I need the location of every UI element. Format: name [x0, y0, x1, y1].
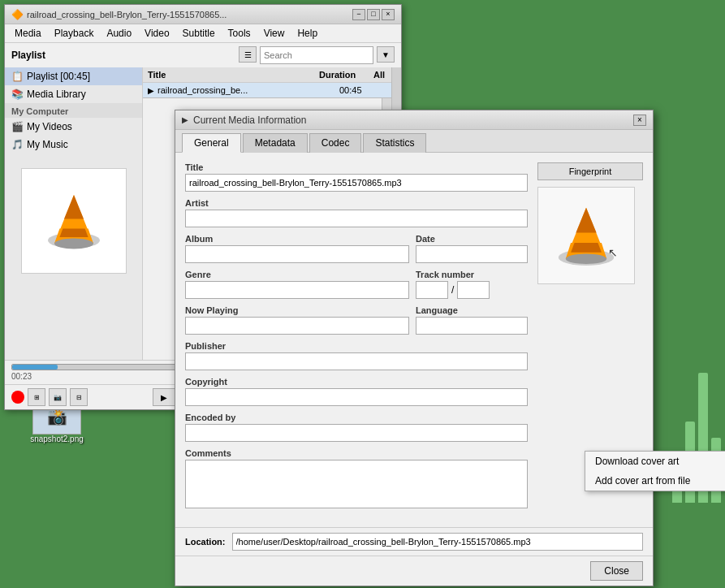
desktop: 🌐 volvo car for salelow miles.html 🎵 rai…	[0, 0, 725, 588]
play-btn[interactable]: ▶	[153, 388, 175, 406]
vlc-maximize-btn[interactable]: □	[367, 9, 380, 20]
vlc-menubar: Media Playback Audio Video Subtitle Tool…	[5, 24, 401, 43]
svg-marker-4	[59, 229, 88, 237]
menu-video[interactable]: Video	[138, 26, 175, 41]
sidebar-playlist-label: Playlist [00:45]	[27, 71, 90, 82]
search-btn[interactable]: ▼	[377, 46, 395, 63]
record-btn[interactable]	[11, 391, 24, 404]
language-input[interactable]	[416, 317, 528, 335]
form-group-encoded-by: Encoded by	[185, 413, 528, 442]
dialog-form: Title Artist Album Date	[185, 162, 528, 517]
context-menu: Download cover art Add cover art from fi…	[585, 451, 725, 491]
vlc-cone-sidebar	[41, 188, 106, 253]
menu-help[interactable]: Help	[291, 26, 324, 41]
form-group-date: Date	[416, 234, 528, 263]
my-videos-label: My Videos	[27, 121, 72, 132]
date-label: Date	[416, 234, 528, 244]
fingerprint-btn[interactable]: Fingerprint	[537, 162, 643, 180]
track-num-input[interactable]	[416, 281, 448, 299]
menu-subtitle[interactable]: Subtitle	[176, 26, 222, 41]
tab-metadata[interactable]: Metadata	[243, 133, 308, 153]
cursor-icon: ↖	[608, 246, 618, 259]
menu-playback[interactable]: Playback	[48, 26, 101, 41]
media-library-icon: 📚	[11, 89, 24, 100]
copyright-input[interactable]	[185, 388, 528, 406]
loop-btn[interactable]: ⊟	[70, 388, 88, 406]
col-duration-header: Duration	[314, 67, 371, 82]
sidebar-item-my-videos[interactable]: 🎬 My Videos	[5, 118, 142, 136]
col-title-header: Title	[143, 67, 314, 82]
vlc-title-controls: − □ ×	[352, 9, 395, 20]
location-input[interactable]	[232, 533, 644, 551]
menu-audio[interactable]: Audio	[100, 26, 138, 41]
title-label: Title	[185, 162, 528, 172]
genre-input[interactable]	[185, 281, 409, 299]
sidebar-item-my-music[interactable]: 🎵 My Music	[5, 136, 142, 153]
title-input[interactable]	[185, 174, 528, 192]
form-row-genre-track: Genre Track number /	[185, 270, 528, 305]
dialog-footer: Close	[175, 556, 653, 586]
snapshot-btn[interactable]: 📷	[49, 388, 67, 406]
dialog-tabs: General Metadata Codec Statistics	[175, 130, 653, 153]
context-menu-download-cover[interactable]: Download cover art	[585, 452, 725, 471]
menu-media[interactable]: Media	[8, 26, 48, 41]
track-title-cell: ▶ railroad_crossing_be...	[143, 83, 334, 97]
playlist-header: Playlist ☰ ▼	[5, 43, 401, 67]
playlist-track-row[interactable]: ▶ railroad_crossing_be... 00:45	[143, 83, 391, 98]
frame-prev-btn[interactable]: ⊞	[28, 388, 45, 406]
playlist-menu-btn[interactable]: ☰	[239, 46, 257, 63]
playlist-icon: 📋	[11, 71, 24, 82]
menu-tools[interactable]: Tools	[222, 26, 257, 41]
sidebar-item-media-library[interactable]: 📚 Media Library	[5, 85, 142, 103]
progress-fill	[12, 365, 58, 370]
publisher-input[interactable]	[185, 352, 528, 370]
form-group-copyright: Copyright	[185, 377, 528, 406]
dialog-body: Title Artist Album Date	[175, 153, 653, 527]
media-info-dialog: ▶ Current Media Information × General Me…	[175, 110, 654, 586]
dialog-arrow-icon: ▶	[182, 115, 188, 124]
search-input[interactable]	[260, 46, 373, 64]
form-group-title: Title	[185, 162, 528, 192]
now-playing-input[interactable]	[185, 317, 409, 335]
album-input[interactable]	[185, 245, 409, 263]
form-group-nowplaying: Now Playing	[185, 305, 409, 335]
my-music-label: My Music	[27, 139, 68, 150]
tab-statistics[interactable]: Statistics	[363, 133, 426, 153]
encoded-by-input[interactable]	[185, 424, 528, 442]
track-name: railroad_crossing_be...	[158, 85, 248, 95]
svg-marker-8	[576, 208, 596, 233]
svg-point-5	[54, 239, 93, 249]
form-group-track: Track number /	[416, 270, 528, 299]
dialog-title-text: Current Media Information	[193, 115, 306, 126]
genre-label: Genre	[185, 270, 409, 279]
vlc-cone-icon: 🔶	[11, 9, 24, 20]
date-input[interactable]	[416, 245, 528, 263]
vlc-titlebar: 🔶 railroad_crossing_bell-Brylon_Terry-15…	[5, 5, 401, 24]
sidebar-media-library-label: Media Library	[27, 89, 86, 100]
vlc-sidebar: 📋 Playlist [00:45] 📚 Media Library My Co…	[5, 67, 143, 360]
track-number-row: /	[416, 281, 528, 299]
now-playing-label: Now Playing	[185, 305, 409, 315]
col-all-header: All	[371, 67, 391, 82]
menu-view[interactable]: View	[257, 26, 291, 41]
context-menu-add-cover[interactable]: Add cover art from file	[585, 471, 725, 491]
playlist-controls: ☰ ▼	[239, 46, 395, 64]
track-total-input[interactable]	[457, 281, 490, 299]
my-music-icon: 🎵	[11, 139, 24, 150]
encoded-by-label: Encoded by	[185, 413, 528, 422]
sidebar-item-playlist[interactable]: 📋 Playlist [00:45]	[5, 67, 142, 85]
vlc-minimize-btn[interactable]: −	[352, 9, 365, 20]
tab-codec[interactable]: Codec	[309, 133, 362, 153]
sidebar-section-mycomputer: My Computer	[5, 103, 142, 118]
dialog-title: ▶ Current Media Information	[182, 115, 306, 126]
svg-marker-10	[571, 243, 602, 253]
track-play-icon: ▶	[148, 86, 154, 95]
dialog-close-btn[interactable]: ×	[633, 115, 646, 126]
artist-input[interactable]	[185, 210, 528, 227]
vlc-close-btn[interactable]: ×	[382, 9, 395, 20]
playlist-columns-header: Title Duration All	[143, 67, 391, 83]
form-group-publisher: Publisher	[185, 341, 528, 370]
tab-general[interactable]: General	[182, 133, 241, 153]
comments-textarea[interactable]	[185, 460, 528, 508]
dialog-close-footer-btn[interactable]: Close	[590, 561, 643, 581]
